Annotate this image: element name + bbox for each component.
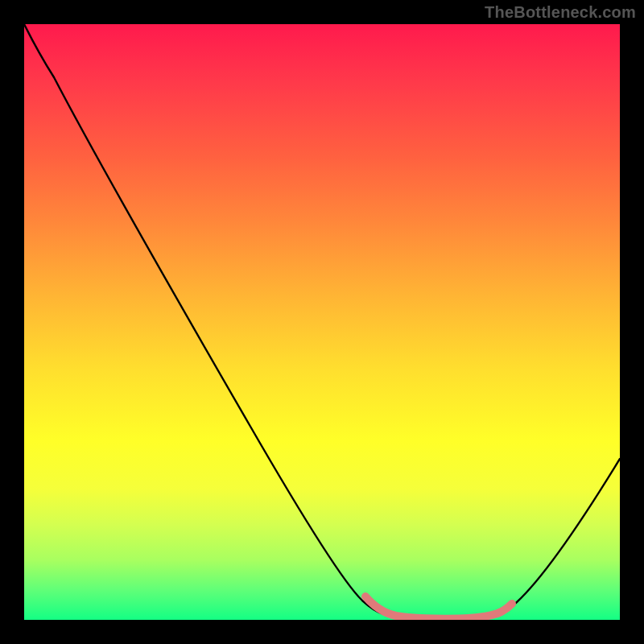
bottleneck-curve: [24, 24, 620, 619]
optimal-range-highlight: [365, 597, 512, 619]
chart-stage: TheBottleneck.com: [0, 0, 644, 644]
watermark-text: TheBottleneck.com: [485, 3, 636, 22]
curve-layer: [24, 24, 620, 620]
plot-area: [24, 24, 620, 620]
